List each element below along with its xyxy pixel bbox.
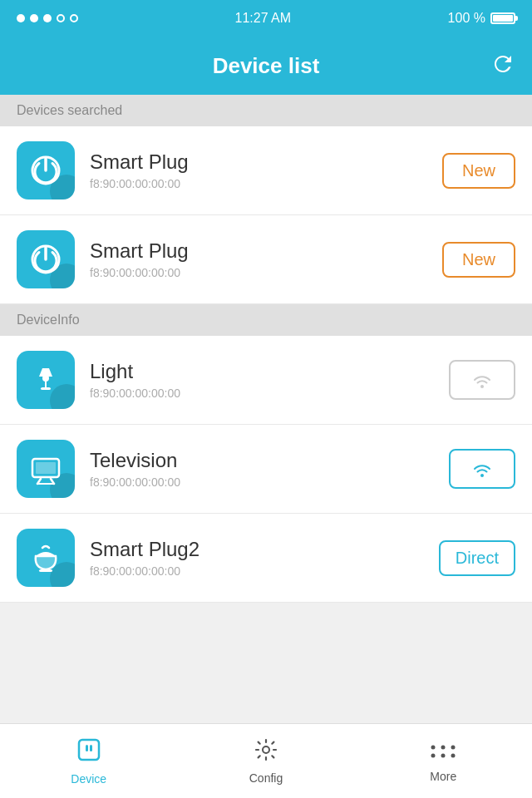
device-mac-tv: f8:90:00:00:00:00 xyxy=(90,475,439,489)
svg-rect-12 xyxy=(39,569,52,572)
device-name-tv: Television xyxy=(90,449,439,472)
tab-device-label: Device xyxy=(71,772,106,786)
status-right: 100 % xyxy=(448,11,515,26)
device-action-plug2: Direct xyxy=(439,540,515,576)
svg-point-22 xyxy=(451,753,456,757)
svg-rect-15 xyxy=(90,745,92,751)
dot-3 xyxy=(43,14,52,22)
svg-rect-6 xyxy=(41,387,51,390)
battery-icon xyxy=(490,12,515,24)
dot-5 xyxy=(70,14,78,22)
device-info-2: Smart Plug f8:90:00:00:00:00 xyxy=(90,239,432,279)
list-item: Smart Plug2 f8:90:00:00:00:00 Direct xyxy=(0,514,532,603)
list-item: Smart Plug f8:90:00:00:00:00 New xyxy=(0,215,532,304)
list-item: Light f8:90:00:00:00:00 xyxy=(0,336,532,425)
power-icon xyxy=(27,241,64,278)
svg-point-18 xyxy=(441,745,446,749)
tab-more-label: More xyxy=(430,770,456,783)
device-action-light xyxy=(449,360,515,400)
tab-config-label: Config xyxy=(249,771,283,785)
status-bar: 11:27 AM 100 % xyxy=(0,0,532,37)
status-time: 11:27 AM xyxy=(235,11,292,26)
lamp-icon xyxy=(27,362,64,398)
gear-icon xyxy=(254,737,278,768)
device-icon-power-2 xyxy=(17,230,75,288)
app-header: Device list xyxy=(0,37,532,95)
device-icon-lamp xyxy=(17,351,75,409)
device-name-1: Smart Plug xyxy=(90,150,432,174)
wifi-inactive-icon xyxy=(470,368,494,392)
dot-4 xyxy=(57,14,65,22)
device-icon-tv xyxy=(17,440,75,498)
svg-point-21 xyxy=(441,753,446,757)
power-icon xyxy=(27,152,64,189)
page-title: Device list xyxy=(213,53,320,79)
signal-button-light[interactable] xyxy=(449,360,515,400)
signal-button-tv[interactable] xyxy=(449,449,515,489)
tab-config[interactable]: Config xyxy=(177,737,354,785)
dot-1 xyxy=(17,14,25,22)
device-name-light: Light xyxy=(90,360,439,383)
svg-point-4 xyxy=(42,375,49,382)
tab-more[interactable]: More xyxy=(355,740,532,783)
new-button-2[interactable]: New xyxy=(442,242,515,278)
list-item: Smart Plug f8:90:00:00:00:00 New xyxy=(0,126,532,215)
device-info-tv: Television f8:90:00:00:00:00 xyxy=(90,449,439,489)
refresh-button[interactable] xyxy=(490,52,515,80)
battery-percent: 100 % xyxy=(448,11,485,26)
device-mac-plug2: f8:90:00:00:00:00 xyxy=(90,564,429,578)
svg-point-17 xyxy=(431,745,436,749)
direct-button[interactable]: Direct xyxy=(439,540,515,576)
device-icon-rice-cooker xyxy=(17,529,75,587)
tab-device[interactable]: Device xyxy=(0,736,177,786)
device-action-1: New xyxy=(442,153,515,189)
svg-point-16 xyxy=(263,746,269,753)
svg-rect-5 xyxy=(45,382,47,388)
device-mac-2: f8:90:00:00:00:00 xyxy=(90,266,432,279)
device-name-plug2: Smart Plug2 xyxy=(90,538,429,561)
device-info-plug2: Smart Plug2 f8:90:00:00:00:00 xyxy=(90,538,429,578)
section-header-deviceinfo: DeviceInfo xyxy=(0,304,532,336)
svg-point-19 xyxy=(451,745,456,749)
svg-rect-14 xyxy=(86,745,88,751)
signal-dots xyxy=(17,14,78,22)
device-info-light: Light f8:90:00:00:00:00 xyxy=(90,360,439,400)
device-info-1: Smart Plug f8:90:00:00:00:00 xyxy=(90,150,432,190)
dot-2 xyxy=(30,14,38,22)
device-mac-1: f8:90:00:00:00:00 xyxy=(90,177,432,190)
dots-icon xyxy=(429,740,457,766)
section-header-searched: Devices searched xyxy=(0,95,532,126)
device-list: Devices searched Smart Plug f8:90:00:00:… xyxy=(0,95,532,603)
new-button-1[interactable]: New xyxy=(442,153,515,189)
svg-point-20 xyxy=(431,753,436,757)
list-item: Television f8:90:00:00:00:00 xyxy=(0,425,532,514)
svg-rect-13 xyxy=(79,740,99,760)
device-action-tv xyxy=(449,449,515,489)
outlet-icon xyxy=(76,736,102,769)
device-icon-power-1 xyxy=(17,141,75,200)
rice-cooker-icon xyxy=(27,539,64,576)
wifi-active-icon xyxy=(470,457,494,480)
device-mac-light: f8:90:00:00:00:00 xyxy=(90,387,439,400)
svg-rect-11 xyxy=(36,462,56,474)
tv-icon xyxy=(27,451,64,487)
tab-bar: Device Config More xyxy=(0,723,532,798)
device-action-2: New xyxy=(442,242,515,278)
device-name-2: Smart Plug xyxy=(90,239,432,263)
